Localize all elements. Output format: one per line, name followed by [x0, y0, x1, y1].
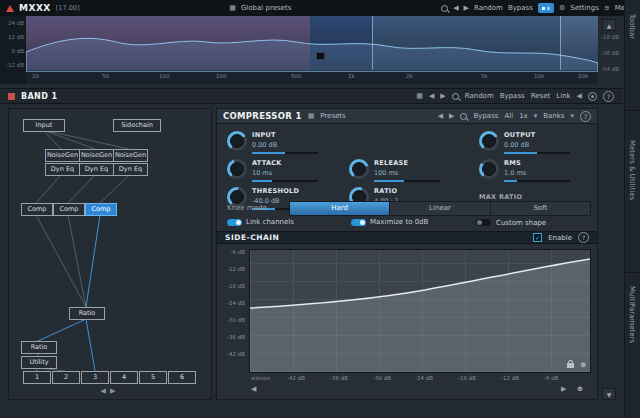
- node-sidechain[interactable]: Sidechain: [113, 119, 161, 132]
- banks-button[interactable]: Banks: [543, 112, 564, 120]
- next-preset-icon[interactable]: ▶: [464, 5, 469, 12]
- output-value[interactable]: 0.00 dB: [504, 141, 570, 149]
- sidechain-enable-checkbox[interactable]: ✓: [533, 233, 542, 242]
- link-channels-toggle[interactable]: [227, 219, 242, 226]
- chevron-down-icon[interactable]: ▾: [534, 113, 538, 120]
- knee-linear-button[interactable]: Linear: [390, 202, 490, 215]
- sidechain-enable-label[interactable]: Enable: [548, 234, 572, 242]
- graph-scroll-left-icon[interactable]: ◀: [101, 387, 110, 395]
- node-dyn-eq[interactable]: Dyn Eq: [113, 163, 148, 176]
- link-channels-label[interactable]: Link channels: [246, 218, 294, 226]
- multiband-spectrum-display[interactable]: 24 dB 12 dB 0 dB -12 dB 20 50 100 200 50…: [0, 16, 598, 84]
- scroll-up-button[interactable]: ▲: [602, 19, 616, 31]
- band-bypass-button[interactable]: Bypass: [500, 92, 525, 100]
- node-noisegen[interactable]: NoiseGen: [79, 149, 114, 162]
- record-icon[interactable]: [588, 92, 597, 101]
- node-ratio[interactable]: Ratio: [69, 307, 105, 320]
- collapse-icon[interactable]: ◀: [577, 93, 582, 100]
- band-random-button[interactable]: Random: [465, 92, 494, 100]
- prev-preset-icon[interactable]: ◀: [453, 5, 458, 12]
- input-value-bar[interactable]: [252, 152, 318, 154]
- node-noisegen[interactable]: NoiseGen: [45, 149, 80, 162]
- help-icon[interactable]: ?: [578, 232, 589, 243]
- oversampling-button[interactable]: 1x: [519, 112, 528, 120]
- lock-icon[interactable]: [567, 363, 574, 368]
- help-icon[interactable]: ?: [580, 111, 591, 122]
- attack-value[interactable]: 10 ms: [252, 169, 318, 177]
- crossover-handle[interactable]: [316, 52, 325, 60]
- custom-shape-label[interactable]: Custom shape: [496, 219, 546, 227]
- release-value-bar[interactable]: [374, 180, 440, 182]
- spectrum-plot[interactable]: [26, 16, 598, 84]
- tab-meters-utilities[interactable]: Meters & Utilities: [628, 140, 636, 200]
- zoom-icon[interactable]: ⊕: [577, 386, 583, 393]
- search-icon[interactable]: [452, 93, 459, 100]
- random-button[interactable]: Random: [474, 4, 503, 12]
- node-comp-selected[interactable]: Comp: [85, 203, 117, 216]
- rms-value-bar[interactable]: [504, 180, 570, 182]
- output-knob[interactable]: [479, 131, 499, 151]
- output-value-bar[interactable]: [504, 152, 570, 154]
- input-value[interactable]: 0.00 dB: [252, 141, 318, 149]
- graph-scroll-right-icon[interactable]: ▶: [110, 387, 119, 395]
- maximize-toggle[interactable]: [351, 219, 366, 226]
- attack-knob[interactable]: [227, 159, 247, 179]
- node-dyn-eq[interactable]: Dyn Eq: [45, 163, 80, 176]
- scroll-down-button[interactable]: ▼: [602, 388, 616, 400]
- rms-knob[interactable]: [479, 159, 499, 179]
- graph-pan-left-icon[interactable]: ◀: [251, 386, 256, 393]
- graph-x-label: -42 dB: [287, 375, 305, 381]
- bypass-button[interactable]: Bypass: [508, 4, 533, 12]
- knee-soft-button[interactable]: Soft: [491, 202, 590, 215]
- output-slot[interactable]: 2: [52, 371, 80, 384]
- output-slot[interactable]: 1: [23, 371, 51, 384]
- output-slot[interactable]: 3: [81, 371, 109, 384]
- zoom-icon[interactable]: ⊕: [580, 362, 586, 369]
- module-bypass-button[interactable]: Bypass: [473, 112, 498, 120]
- band-reset-button[interactable]: Reset: [531, 92, 551, 100]
- crossover-divider[interactable]: [560, 16, 561, 70]
- presets-button[interactable]: Presets: [320, 112, 345, 120]
- chevron-down-icon[interactable]: ▾: [570, 113, 574, 120]
- node-input[interactable]: Input: [23, 119, 65, 132]
- band-link-button[interactable]: Link: [556, 92, 570, 100]
- release-value[interactable]: 100 ms: [374, 169, 440, 177]
- grid-icon[interactable]: ▦: [416, 93, 423, 100]
- node-comp[interactable]: Comp: [53, 203, 85, 216]
- channel-mode-button[interactable]: All: [504, 112, 513, 120]
- transfer-curve-graph[interactable]: ⊕: [249, 249, 591, 373]
- node-comp[interactable]: Comp: [21, 203, 53, 216]
- next-icon[interactable]: ▶: [449, 113, 454, 120]
- knee-hard-button[interactable]: Hard: [290, 202, 390, 215]
- node-dyn-eq[interactable]: Dyn Eq: [79, 163, 114, 176]
- output-slot[interactable]: 4: [110, 371, 138, 384]
- graph-pan-right-icon[interactable]: ▶: [561, 386, 566, 393]
- tab-toolbar[interactable]: Toolbar: [628, 14, 636, 39]
- band-title[interactable]: BAND 1: [21, 92, 57, 101]
- search-icon[interactable]: [460, 113, 467, 120]
- attack-value-bar[interactable]: [252, 180, 318, 182]
- node-noisegen[interactable]: NoiseGen: [113, 149, 148, 162]
- global-presets-button[interactable]: Global presets: [241, 4, 291, 12]
- ab-compare-button[interactable]: [538, 3, 554, 13]
- output-slot[interactable]: 6: [168, 371, 196, 384]
- routing-graph-panel[interactable]: Input Sidechain NoiseGen NoiseGen NoiseG…: [8, 108, 212, 400]
- input-knob[interactable]: [227, 131, 247, 151]
- search-icon[interactable]: [441, 5, 448, 12]
- node-ratio[interactable]: Ratio: [21, 341, 57, 354]
- prev-band-icon[interactable]: ◀: [429, 93, 434, 100]
- prev-icon[interactable]: ◀: [438, 113, 443, 120]
- custom-shape-toggle[interactable]: [475, 218, 492, 227]
- node-utility[interactable]: Utility: [21, 356, 57, 369]
- release-knob[interactable]: [349, 159, 369, 179]
- output-slot[interactable]: 5: [139, 371, 167, 384]
- crossover-divider[interactable]: [372, 16, 373, 70]
- freq-label: 50: [102, 73, 109, 79]
- settings-button[interactable]: Settings: [570, 4, 599, 12]
- tab-multiparameters[interactable]: MultiParameters: [628, 286, 636, 343]
- next-band-icon[interactable]: ▶: [440, 93, 445, 100]
- rms-value[interactable]: 1.0 ms: [504, 169, 570, 177]
- maximize-label[interactable]: Maximize to 0dB: [370, 218, 428, 226]
- band-color-swatch[interactable]: [8, 93, 15, 100]
- help-icon[interactable]: ?: [603, 91, 614, 102]
